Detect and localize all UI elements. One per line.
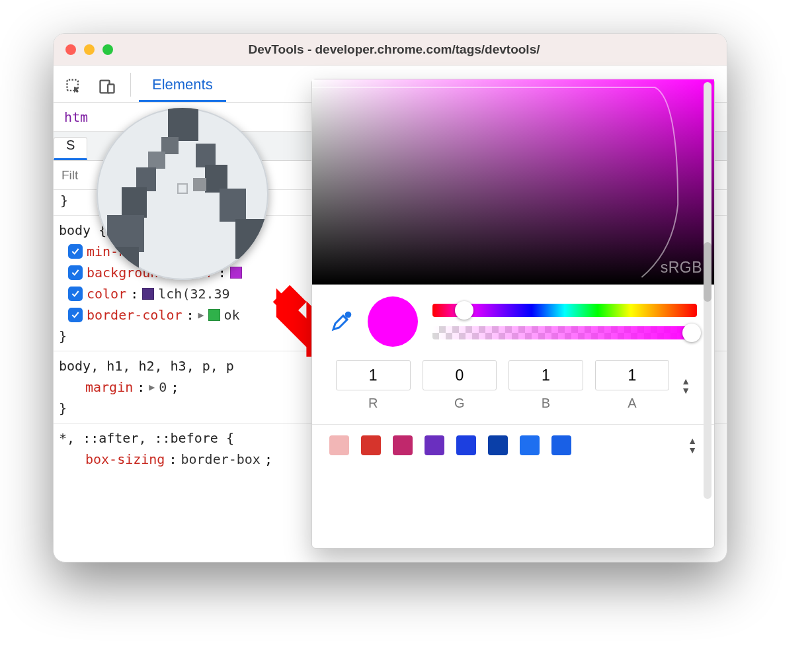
palette-swatch[interactable]: [393, 435, 413, 455]
channel-r-input[interactable]: [336, 360, 411, 390]
channel-r-label: R: [336, 396, 411, 411]
palette-swatch[interactable]: [329, 435, 349, 455]
device-toolbar-icon[interactable]: [92, 71, 122, 102]
chevron-down-icon[interactable]: ▼: [681, 386, 690, 395]
prop-name[interactable]: margin: [85, 377, 133, 398]
channel-a-label: A: [595, 396, 670, 411]
prop-value[interactable]: lch(32.39: [158, 283, 229, 304]
expand-icon[interactable]: ▶: [198, 307, 204, 323]
popover-scrollbar-thumb[interactable]: [704, 242, 711, 302]
prop-name[interactable]: border-color: [87, 304, 183, 326]
sample-target-icon: [177, 183, 188, 194]
gamut-boundary-line: [312, 79, 714, 284]
zoom-window-button[interactable]: [102, 44, 113, 55]
svg-rect-2: [108, 85, 114, 93]
toolbar-divider: [130, 73, 131, 97]
channel-g-label: G: [423, 396, 497, 411]
channel-g-input[interactable]: [423, 360, 497, 390]
palette-swatch[interactable]: [551, 435, 571, 455]
alpha-slider-thumb[interactable]: [682, 324, 701, 342]
tab-elements[interactable]: Elements: [139, 76, 226, 102]
palette-swatch[interactable]: [520, 435, 540, 455]
chevron-up-icon[interactable]: ▲: [688, 436, 697, 445]
selector-dim: , h1, h2, h3, p, p: [91, 358, 234, 374]
palette-swatch[interactable]: [425, 435, 444, 455]
color-spectrum[interactable]: sRGB: [312, 79, 714, 285]
channel-inputs: R G B A ▲ ▼: [312, 352, 714, 415]
color-picker-popover: sRGB: [311, 79, 715, 549]
svg-point-6: [346, 312, 350, 317]
chevron-up-icon[interactable]: ▲: [681, 377, 690, 386]
expand-icon[interactable]: ▶: [149, 379, 155, 395]
inspect-element-icon[interactable]: [59, 71, 89, 102]
prop-name[interactable]: color: [87, 283, 126, 304]
breadcrumb-item[interactable]: htm: [64, 109, 88, 125]
channel-b-input[interactable]: [508, 360, 583, 390]
prop-toggle-checkbox[interactable]: [68, 244, 83, 259]
color-swatch[interactable]: [230, 267, 242, 279]
prop-toggle-checkbox[interactable]: [68, 287, 83, 301]
hue-slider-thumb[interactable]: [455, 301, 473, 320]
devtools-window: DevTools - developer.chrome.com/tags/dev…: [53, 33, 727, 562]
channel-b-label: B: [508, 396, 583, 411]
palette-swatch[interactable]: [456, 435, 476, 455]
titlebar: DevTools - developer.chrome.com/tags/dev…: [54, 34, 727, 66]
prop-value[interactable]: ok: [224, 304, 240, 326]
palette-row: ▲ ▼: [312, 424, 714, 466]
prop-toggle-checkbox[interactable]: [68, 265, 83, 280]
selector[interactable]: body: [59, 358, 91, 374]
selector-dim: , ::after, ::before: [67, 430, 218, 446]
subtab-styles[interactable]: S: [54, 137, 87, 160]
color-swatch[interactable]: [208, 309, 220, 321]
close-window-button[interactable]: [65, 44, 76, 55]
alpha-slider[interactable]: [432, 326, 697, 339]
window-controls: [65, 44, 113, 55]
window-title: DevTools - developer.chrome.com/tags/dev…: [113, 42, 715, 57]
prop-toggle-checkbox[interactable]: [68, 308, 83, 322]
prop-name[interactable]: box-sizing: [85, 449, 165, 470]
palette-swatch[interactable]: [488, 435, 508, 455]
channel-a-input[interactable]: [595, 360, 670, 390]
minimize-window-button[interactable]: [84, 44, 95, 55]
close-brace: }: [59, 193, 68, 208]
prop-value[interactable]: 0: [159, 377, 167, 398]
color-swatch[interactable]: [142, 288, 154, 300]
picker-controls: [312, 285, 714, 352]
chevron-down-icon[interactable]: ▼: [688, 445, 697, 455]
prop-value[interactable]: border-box: [181, 449, 260, 470]
selector[interactable]: *: [59, 430, 67, 446]
color-format-stepper[interactable]: ▲ ▼: [681, 377, 690, 395]
eyedropper-icon[interactable]: [329, 310, 353, 334]
selector[interactable]: body: [59, 222, 91, 238]
current-color-swatch[interactable]: [368, 296, 418, 347]
gamut-label: sRGB: [661, 259, 702, 277]
hue-slider[interactable]: [432, 304, 697, 317]
palette-swatch[interactable]: [361, 435, 381, 455]
palette-set-stepper[interactable]: ▲ ▼: [688, 436, 697, 455]
eyedropper-magnifier[interactable]: [97, 108, 268, 280]
